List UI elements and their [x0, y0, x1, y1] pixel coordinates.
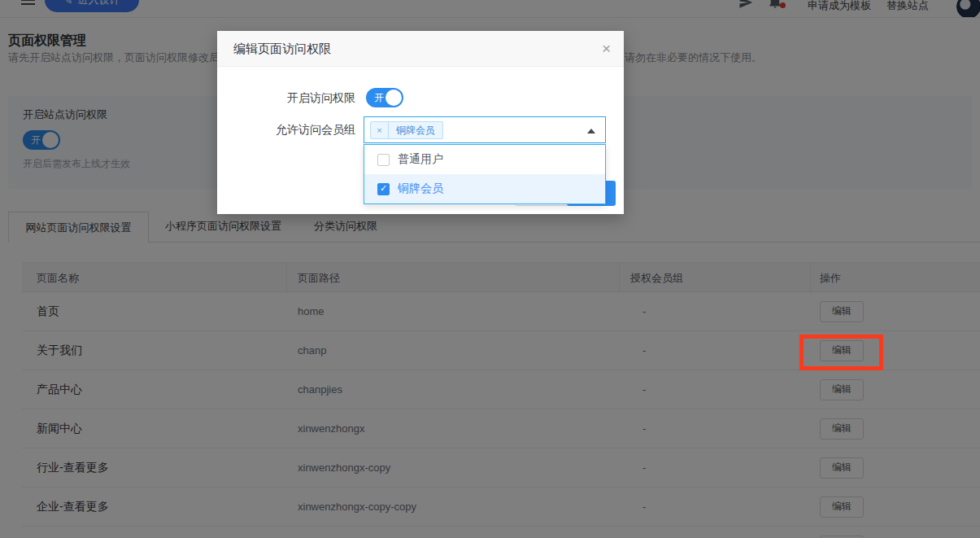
toggle-knob-icon [385, 90, 402, 106]
access-toggle-label: 开启访问权限 [217, 91, 355, 106]
tag-remove-icon[interactable]: × [371, 122, 389, 138]
checkbox-icon[interactable] [377, 154, 390, 166]
selected-member-tag: × 铜牌会员 [370, 121, 443, 139]
member-group-label: 允许访问会员组 [217, 123, 355, 138]
access-permission-toggle[interactable]: 开 [366, 88, 403, 107]
caret-up-icon [587, 129, 595, 133]
member-option-label: 普通用户 [398, 152, 443, 167]
checkbox-icon[interactable] [377, 183, 390, 195]
modal-header: 编辑页面访问权限 × [217, 31, 624, 67]
toggle-on-label: 开 [374, 88, 384, 107]
close-icon[interactable]: × [602, 39, 611, 59]
modal-title: 编辑页面访问权限 [233, 31, 331, 67]
member-option-label: 铜牌会员 [398, 182, 443, 196]
edit-permission-modal: 编辑页面访问权限 × 开启访问权限 开 允许访问会员组 × 铜牌会员 取消 确定… [217, 31, 624, 214]
member-option[interactable]: 普通用户 [364, 145, 605, 174]
member-option[interactable]: 铜牌会员 [364, 174, 605, 203]
member-options: 普通用户 铜牌会员 [364, 144, 606, 204]
member-group-select[interactable]: × 铜牌会员 [364, 116, 606, 143]
